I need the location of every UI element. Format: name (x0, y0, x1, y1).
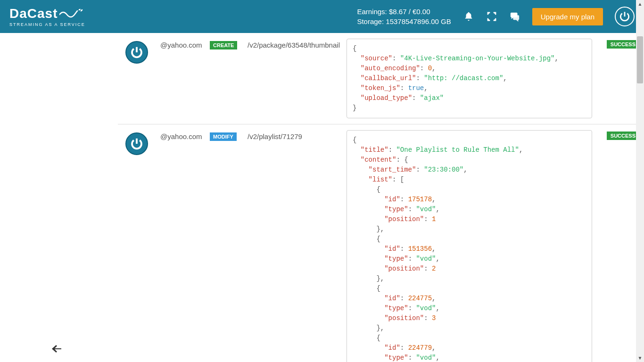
scroll-thumb[interactable] (637, 36, 643, 83)
app-header: DaCast STREAMING AS A SERVICE Earnings: … (0, 0, 644, 33)
logo-tagline: STREAMING AS A SERVICE (9, 22, 85, 27)
user-avatar-icon (125, 132, 148, 155)
account-stats: Earnings: $8.67 / €0.00 Storage: 1537854… (357, 7, 451, 26)
scroll-up-arrow[interactable]: ▲ (636, 0, 644, 8)
vertical-scrollbar[interactable]: ▲ ▼ (636, 0, 644, 362)
api-path: /v2/playlist/71279 (248, 130, 342, 140)
json-payload[interactable]: { "source": "4K-Live-Streaming-on-Your-W… (347, 39, 592, 118)
status-col: SUCCESS (597, 130, 639, 140)
upgrade-plan-button[interactable]: Upgrade my plan (532, 8, 603, 25)
earnings-label: Earnings: (357, 8, 387, 16)
fullscreen-icon[interactable] (486, 11, 497, 22)
storage-value: 15378547896.00 GB (386, 17, 451, 25)
api-log-list: @yahoo.comCREATE/v2/package/63548/thumbn… (113, 33, 644, 362)
power-icon (619, 10, 631, 23)
operation-col: CREATE (210, 39, 243, 49)
status-col: SUCCESS (597, 39, 639, 49)
log-row: @yahoo.comMODIFY/v2/playlist/71279{ "tit… (118, 124, 639, 362)
log-row: @yahoo.comCREATE/v2/package/63548/thumbn… (118, 33, 639, 124)
operation-badge: CREATE (210, 41, 237, 49)
logo-wave-icon (59, 9, 83, 18)
payload-col: { "source": "4K-Live-Streaming-on-Your-W… (347, 39, 592, 118)
operation-badge: MODIFY (210, 132, 237, 141)
chat-icon[interactable] (509, 11, 520, 22)
logo-text: DaCast (9, 6, 58, 21)
status-badge: SUCCESS (607, 132, 639, 140)
logo[interactable]: DaCast STREAMING AS A SERVICE (9, 6, 85, 27)
header-right: Earnings: $8.67 / €0.00 Storage: 1537854… (357, 7, 635, 26)
header-left: DaCast STREAMING AS A SERVICE (9, 6, 85, 27)
storage-label: Storage: (357, 17, 384, 25)
scroll-track[interactable] (636, 8, 644, 354)
api-path: /v2/package/63548/thumbnail (248, 39, 342, 49)
user-email: @yahoo.com (160, 130, 205, 140)
logout-button[interactable] (615, 7, 635, 26)
avatar-col (118, 39, 156, 64)
user-avatar-icon (125, 41, 148, 64)
back-arrow-button[interactable] (52, 344, 61, 355)
operation-col: MODIFY (210, 130, 243, 141)
scroll-down-arrow[interactable]: ▼ (636, 354, 644, 362)
user-email: @yahoo.com (160, 39, 205, 49)
json-payload[interactable]: { "title": "One Playlist to Rule Them Al… (347, 130, 592, 362)
avatar-col (118, 130, 156, 155)
earnings-value: $8.67 / €0.00 (389, 8, 430, 16)
payload-col: { "title": "One Playlist to Rule Them Al… (347, 130, 592, 362)
notifications-icon[interactable] (463, 11, 474, 22)
status-badge: SUCCESS (607, 40, 639, 49)
